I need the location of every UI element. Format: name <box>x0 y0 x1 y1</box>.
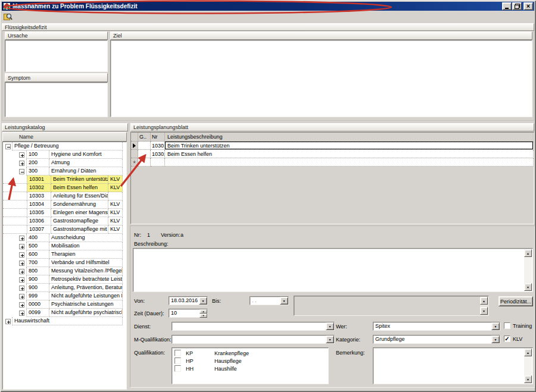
application-window: Massnahmen zu Problem Flüssigkeitsdefizi… <box>0 0 536 392</box>
list-item-hh[interactable]: HH Haushilfe <box>172 365 328 372</box>
tree-item-10301[interactable]: 10301 Beim Trinken unterstützen KLV <box>3 175 126 184</box>
kp-checkbox[interactable] <box>174 350 181 356</box>
von-date-combo[interactable]: 18.03.2016 <box>169 296 208 305</box>
expand-icon[interactable] <box>19 311 24 316</box>
column-header-nr[interactable]: Nr <box>151 133 165 142</box>
chevron-down-icon[interactable] <box>326 322 334 330</box>
symptom-textarea[interactable] <box>5 82 108 117</box>
bemerkung-scrollbar[interactable] <box>524 349 532 383</box>
summary-scrollbar[interactable] <box>480 297 488 315</box>
spinner-buttons[interactable] <box>200 309 207 317</box>
chevron-down-icon[interactable] <box>326 335 334 343</box>
tree-item-10304[interactable]: 10304 Sondenernährung KLV <box>3 200 126 209</box>
training-checkbox[interactable] <box>504 322 510 329</box>
expand-icon[interactable] <box>19 286 24 291</box>
zeit-dauer-stepper[interactable]: 10 <box>169 309 208 318</box>
symptom-header: Symptom <box>5 73 108 82</box>
tree-item-0099[interactable]: 0099 Nicht aufgeführte psychiatrische Le… <box>3 309 126 317</box>
tree-item-400[interactable]: 400 Ausscheidung <box>3 234 126 242</box>
scroll-down-icon[interactable] <box>524 283 532 291</box>
plan-row-10301[interactable]: 10301 Beim Trinken unterstützen <box>131 142 534 150</box>
scroll-down-icon[interactable] <box>480 307 488 315</box>
scroll-down-icon[interactable] <box>524 375 532 383</box>
m-qualifikation-value <box>172 335 326 343</box>
ursache-textarea[interactable] <box>5 40 108 72</box>
expand-icon[interactable] <box>19 161 24 166</box>
tree-item-999[interactable]: 999 Nicht aufgeführte Leistungen Pflege … <box>3 292 126 300</box>
toolbar-search-button[interactable] <box>3 12 13 21</box>
expand-icon[interactable] <box>19 294 24 299</box>
bis-date-combo[interactable]: . . <box>250 296 289 305</box>
dienst-combo[interactable] <box>172 322 335 331</box>
scroll-up-icon[interactable] <box>524 349 532 356</box>
chevron-down-icon[interactable] <box>199 297 207 305</box>
minimize-button[interactable] <box>502 2 512 10</box>
tree-item-800[interactable]: 800 Messung Vitalzeichen /Pflegehandlung… <box>3 267 126 275</box>
expand-icon[interactable] <box>19 277 24 283</box>
tree-item-10307[interactable]: 10307 Gastrostomapflege mit Kompl... KLV <box>3 225 126 234</box>
close-button[interactable] <box>523 2 533 10</box>
grid-cell-beschreibung[interactable]: Beim Essen helfen <box>165 150 534 158</box>
hh-checkbox[interactable] <box>174 365 181 372</box>
expand-icon[interactable] <box>19 269 24 274</box>
periodizitaet-button[interactable]: Periodizität... <box>498 296 533 306</box>
tree-item-600[interactable]: 600 Therapien <box>3 250 126 259</box>
scroll-up-icon[interactable] <box>480 297 488 305</box>
tree-item-10303[interactable]: 10303 Anleitung für Essen/Diät <box>3 192 126 200</box>
m-qualifikation-combo[interactable] <box>172 335 335 344</box>
chevron-down-icon[interactable] <box>280 297 288 305</box>
plan-row-10302[interactable]: 10302 Beim Essen helfen <box>131 150 534 158</box>
expand-icon[interactable] <box>19 252 24 258</box>
tree-item-300[interactable]: 300 Ernährung / Diäten <box>3 167 126 175</box>
grid-cell-beschreibung[interactable] <box>165 158 534 167</box>
list-item-kp[interactable]: KP Krankenpflege <box>172 349 328 357</box>
wer-combo[interactable]: Spitex <box>373 322 500 331</box>
tree-item-900b[interactable]: 900 Anleitung, Prävention, Beratung, Beg… <box>3 284 126 292</box>
chevron-down-icon[interactable] <box>491 322 500 330</box>
tree-item-500[interactable]: 500 Mobilisation <box>3 242 126 250</box>
tree-item-hauswirtschaft[interactable]: Hauswirtschaft <box>3 317 126 325</box>
qualifikation-listbox[interactable]: KP Krankenpflege HP Hauspflege HH Haushi… <box>172 347 329 384</box>
collapse-icon[interactable] <box>5 144 11 149</box>
beschreibung-scrollbar[interactable] <box>524 249 532 291</box>
row-arrow-icon <box>133 143 136 148</box>
scroll-up-icon[interactable] <box>524 249 532 257</box>
klv-checkbox[interactable] <box>504 335 510 342</box>
beschreibung-textarea[interactable] <box>133 248 533 292</box>
tree-item-100[interactable]: 100 Hygiene und Komfort <box>3 150 126 159</box>
bemerkung-textarea[interactable] <box>373 347 533 384</box>
expand-icon[interactable] <box>19 261 24 266</box>
spin-up-icon[interactable] <box>200 309 207 313</box>
expand-icon[interactable] <box>19 302 24 308</box>
tree-item-700[interactable]: 700 Verbände und Hilfsmittel <box>3 259 126 267</box>
chevron-down-icon[interactable] <box>491 335 500 343</box>
ziel-textarea[interactable] <box>110 40 532 117</box>
nr-value: 1 <box>147 232 150 238</box>
tree-item-200[interactable]: 200 Atmung <box>3 159 126 167</box>
kategorie-combo[interactable]: Grundpflege <box>373 335 500 344</box>
list-item-hp[interactable]: HP Hauspflege <box>172 357 328 365</box>
column-header-leistungsbeschreibung[interactable]: Leistungsbeschreibung <box>165 133 534 142</box>
column-header-g[interactable]: G.. <box>138 133 151 142</box>
tree-item-0000[interactable]: 0000 Psychiatrische Leistungen <box>3 300 126 309</box>
grid-cell-beschreibung[interactable]: Beim Trinken unterstützen <box>165 142 534 150</box>
tree-item-900a[interactable]: 900 Retrospektiv betrachtete Leistungen <box>3 275 126 284</box>
plan-row-new[interactable] <box>131 158 534 167</box>
collapse-icon-300[interactable] <box>19 169 24 174</box>
expand-icon[interactable] <box>19 236 24 241</box>
spin-down-icon[interactable] <box>200 313 207 318</box>
tree-item-code: 10306 <box>27 217 51 225</box>
hp-checkbox[interactable] <box>174 357 181 364</box>
tree-item-10302[interactable]: 10302 Beim Essen helfen KLV <box>3 184 126 192</box>
tree-item-10306[interactable]: 10306 Gastrostomapflege KLV <box>3 217 126 225</box>
expand-icon[interactable] <box>19 244 24 249</box>
expand-icon[interactable] <box>19 152 24 158</box>
zeit-value: 10 <box>169 309 200 317</box>
tree-item-pflege-betreuung[interactable]: Pflege / Betreuung <box>3 142 126 150</box>
restore-button[interactable] <box>512 2 522 10</box>
tree-item-10305[interactable]: 10305 Einlegen einer Magensonde KLV <box>3 209 126 217</box>
expand-icon[interactable] <box>5 319 11 324</box>
grid-cell-nr <box>151 158 165 167</box>
tree-column-header-name[interactable]: Name <box>2 132 127 142</box>
bis-label: Bis: <box>212 298 221 304</box>
